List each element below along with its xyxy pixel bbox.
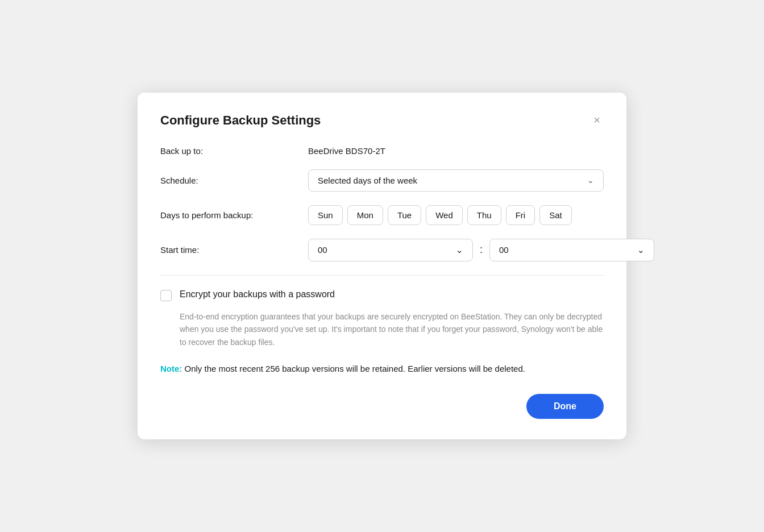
dialog-title: Configure Backup Settings — [160, 113, 321, 128]
start-time-row: Start time: 00 ⌄ : 00 ⌄ — [160, 239, 604, 261]
day-wed[interactable]: Wed — [426, 205, 463, 225]
minute-chevron-down-icon: ⌄ — [637, 245, 645, 255]
time-separator: : — [480, 244, 483, 256]
chevron-down-icon: ⌄ — [587, 176, 594, 185]
hour-chevron-down-icon: ⌄ — [456, 245, 463, 255]
backup-to-value: BeeDrive BDS70-2T — [308, 146, 385, 156]
day-sat[interactable]: Sat — [539, 205, 572, 225]
day-sun[interactable]: Sun — [308, 205, 343, 225]
day-mon[interactable]: Mon — [347, 205, 383, 225]
note-section: Note: Only the most recent 256 backup ve… — [160, 362, 604, 376]
start-time-label: Start time: — [160, 245, 308, 255]
minute-dropdown[interactable]: 00 ⌄ — [489, 239, 654, 261]
dialog-header: Configure Backup Settings × — [160, 113, 604, 128]
close-button[interactable]: × — [590, 113, 604, 127]
note-label: Note: — [160, 364, 182, 373]
encrypt-description: End-to-end encryption guarantees that yo… — [180, 310, 604, 348]
configure-backup-dialog: Configure Backup Settings × Back up to: … — [138, 93, 626, 439]
backup-to-label: Back up to: — [160, 146, 308, 156]
encrypt-checkbox[interactable] — [160, 290, 172, 301]
days-container: Sun Mon Tue Wed Thu Fri Sat — [308, 205, 572, 225]
minute-value: 00 — [499, 245, 509, 255]
day-fri[interactable]: Fri — [506, 205, 535, 225]
note-text: Only the most recent 256 backup versions… — [185, 364, 525, 373]
dialog-footer: Done — [160, 394, 604, 419]
hour-dropdown[interactable]: 00 ⌄ — [308, 239, 473, 261]
time-row: 00 ⌄ : 00 ⌄ — [308, 239, 654, 261]
done-button[interactable]: Done — [526, 394, 604, 419]
days-label: Days to perform backup: — [160, 210, 308, 220]
hour-value: 00 — [318, 245, 327, 255]
encrypt-row: Encrypt your backups with a password — [160, 289, 604, 301]
schedule-label: Schedule: — [160, 176, 308, 185]
schedule-dropdown[interactable]: Selected days of the week ⌄ — [308, 169, 604, 192]
schedule-selected-value: Selected days of the week — [318, 176, 417, 185]
day-thu[interactable]: Thu — [467, 205, 501, 225]
schedule-row: Schedule: Selected days of the week ⌄ — [160, 169, 604, 192]
day-tue[interactable]: Tue — [388, 205, 421, 225]
divider — [160, 275, 604, 276]
backup-to-row: Back up to: BeeDrive BDS70-2T — [160, 146, 604, 156]
encrypt-label: Encrypt your backups with a password — [180, 289, 335, 300]
days-row: Days to perform backup: Sun Mon Tue Wed … — [160, 205, 604, 225]
